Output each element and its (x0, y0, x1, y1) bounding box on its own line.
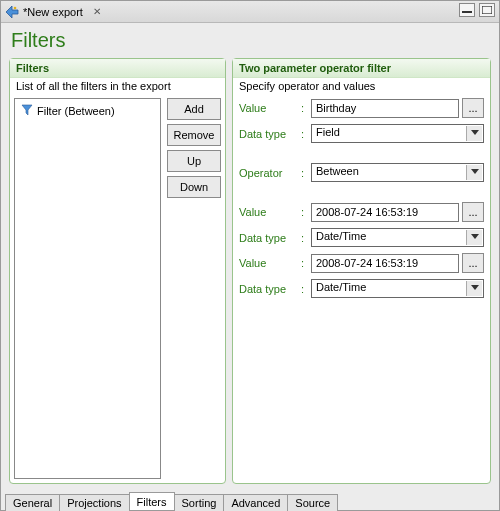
operator-select[interactable]: Between (311, 163, 484, 182)
value1-input[interactable] (311, 99, 459, 118)
up-button[interactable]: Up (167, 150, 221, 172)
filters-panel-subtitle: List of all the filters in the export (10, 78, 225, 98)
tab-sorting[interactable]: Sorting (174, 494, 225, 511)
value3-browse-button[interactable]: ... (462, 253, 484, 273)
value1-row: Value : ... (239, 98, 484, 118)
tab-filters[interactable]: Filters (129, 492, 175, 510)
titlebar: *New export ✕ (1, 1, 499, 23)
value3-label: Value (239, 257, 301, 269)
app-icon (5, 5, 19, 19)
editor-window: *New export ✕ Filters Filters List of al… (0, 0, 500, 511)
datatype1-select[interactable]: Field (311, 124, 484, 143)
operator-row: Operator : Between (239, 163, 484, 182)
filter-action-buttons: Add Remove Up Down (167, 98, 221, 479)
filter-form: Value : ... Data type : Field (233, 98, 490, 304)
value2-input[interactable] (311, 203, 459, 222)
funnel-icon (21, 104, 33, 118)
svg-point-0 (14, 6, 17, 9)
svg-rect-1 (462, 11, 472, 13)
panels-row: Filters List of all the filters in the e… (9, 58, 491, 484)
down-button[interactable]: Down (167, 176, 221, 198)
datatype3-label: Data type (239, 283, 301, 295)
chevron-down-icon (471, 130, 479, 135)
datatype1-row: Data type : Field (239, 124, 484, 143)
value2-browse-button[interactable]: ... (462, 202, 484, 222)
value1-browse-button[interactable]: ... (462, 98, 484, 118)
close-tab-icon[interactable]: ✕ (93, 6, 101, 17)
filters-panel-title: Filters (10, 59, 225, 78)
filters-tree[interactable]: Filter (Between) (14, 98, 161, 479)
datatype2-select[interactable]: Date/Time (311, 228, 484, 247)
datatype3-select[interactable]: Date/Time (311, 279, 484, 298)
datatype2-label: Data type (239, 232, 301, 244)
filter-tree-item-label: Filter (Between) (37, 105, 115, 117)
datatype1-label: Data type (239, 128, 301, 140)
chevron-down-icon (471, 285, 479, 290)
maximize-button[interactable] (479, 3, 495, 17)
minimize-button[interactable] (459, 3, 475, 17)
page-title: Filters (11, 29, 491, 52)
svg-rect-2 (482, 6, 492, 14)
value3-input[interactable] (311, 254, 459, 273)
datatype3-row: Data type : Date/Time (239, 279, 484, 298)
remove-button[interactable]: Remove (167, 124, 221, 146)
tab-advanced[interactable]: Advanced (223, 494, 288, 511)
filter-detail-panel: Two parameter operator filter Specify op… (232, 58, 491, 484)
content-area: Filters Filters List of all the filters … (1, 23, 499, 488)
filter-tree-item[interactable]: Filter (Between) (19, 103, 156, 119)
chevron-down-icon (471, 234, 479, 239)
add-button[interactable]: Add (167, 98, 221, 120)
window-title: *New export (23, 6, 83, 18)
value3-row: Value : ... (239, 253, 484, 273)
tab-source[interactable]: Source (287, 494, 338, 511)
filter-detail-subtitle: Specify operator and values (233, 78, 490, 98)
value2-label: Value (239, 206, 301, 218)
filters-panel: Filters List of all the filters in the e… (9, 58, 226, 484)
value1-label: Value (239, 102, 301, 114)
value2-row: Value : ... (239, 202, 484, 222)
tab-projections[interactable]: Projections (59, 494, 129, 511)
tab-general[interactable]: General (5, 494, 60, 511)
bottom-tabstrip: General Projections Filters Sorting Adva… (1, 488, 499, 510)
operator-label: Operator (239, 167, 301, 179)
datatype2-row: Data type : Date/Time (239, 228, 484, 247)
filter-detail-title: Two parameter operator filter (233, 59, 490, 78)
chevron-down-icon (471, 169, 479, 174)
